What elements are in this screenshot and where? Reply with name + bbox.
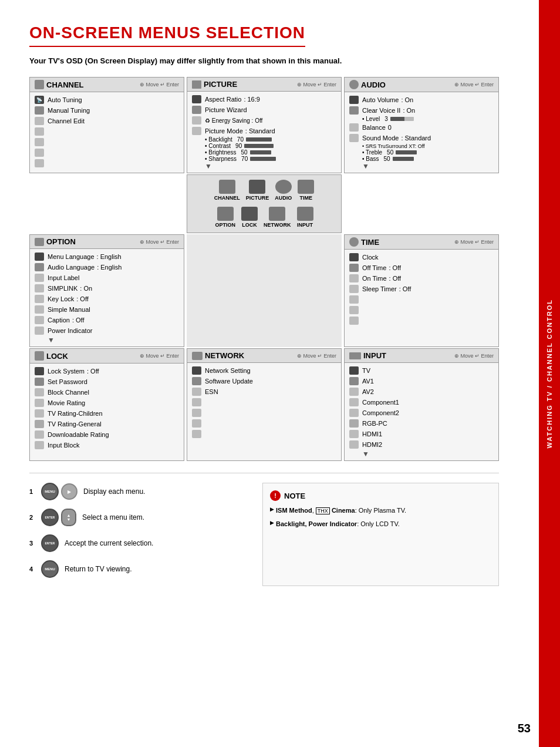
instruction-2-text: Select a menu item. [82, 513, 144, 521]
menu-item [192, 408, 336, 418]
menu-item: Sleep Timer : Off [349, 284, 494, 294]
menu-item: RGB-PC [349, 418, 494, 429]
instruction-4: 4 MENU Return to TV viewing. [29, 560, 251, 578]
enter-button-2[interactable]: ENTER [41, 534, 59, 552]
menu-item: Input Label [35, 272, 179, 283]
menu-icon [349, 430, 359, 438]
enter-button[interactable]: ENTER [41, 509, 59, 526]
audio-nav-icon [275, 180, 292, 194]
menu-item: Lock System : Off [35, 366, 179, 376]
menu-icon [35, 295, 44, 303]
menu-icon [35, 253, 44, 261]
menu-icon [35, 409, 44, 418]
menu-icon [192, 116, 201, 124]
channel-body: 📡 Auto Tuning Manual Tuning Channel Edit [30, 92, 184, 171]
menu-icon [35, 441, 44, 449]
picture-nav-label: PICTURE [246, 195, 269, 201]
menu-item: Auto Volume : On [349, 95, 494, 105]
note-title: ! NOTE [270, 490, 491, 501]
menu-item: TV Rating-Children [35, 408, 179, 419]
menu-item: Power Indicator [35, 325, 179, 336]
page-title: ON-SCREEN MENUS SELECTION [29, 23, 305, 47]
option-body: Menu Language : English Audio Language :… [30, 249, 184, 346]
input-body: TV AV1 AV2 Component1 Component2 [345, 363, 498, 460]
menu-icon [35, 117, 44, 125]
menu-item: Aspect Ratio : 16:9 [192, 94, 336, 105]
ok-button[interactable]: ▶ [61, 483, 77, 500]
menu-icon: 📡 [35, 96, 44, 104]
input-header: INPUT ⊕ Move ↵ Enter [345, 349, 498, 363]
input-nav-icon [297, 207, 313, 221]
menu-icon [35, 284, 44, 292]
menu-item: ♻ Energy Saving : Off [192, 115, 336, 126]
menu-sub-item: • Brightness 50 [192, 149, 336, 156]
input-menu-box: INPUT ⊕ Move ↵ Enter TV AV1 AV2 [344, 348, 499, 461]
menu-button-2[interactable]: MENU [41, 560, 59, 578]
lock-header: LOCK ⊕ Move ↵ Enter [30, 349, 184, 364]
input-title: INPUT [363, 351, 386, 360]
lock-nav-label: LOCK [242, 222, 257, 228]
menu-item: Downloadable Rating [35, 429, 179, 440]
lock-nav-icon [241, 207, 258, 221]
network-body: Network Setting Software Update ESN [187, 363, 341, 442]
menu-item: Picture Mode : Standard [192, 126, 336, 136]
up-down-button[interactable]: ▲ ▼ [61, 509, 76, 526]
menu-item: ESN [192, 386, 336, 397]
menu-icon [192, 127, 201, 135]
menu-icon [35, 138, 44, 146]
menu-icon [349, 123, 359, 132]
menu-sub-item: • Sharpness 70 [192, 156, 336, 162]
menu-sub-item: • Treble 50 [349, 149, 494, 156]
menu-item: Component1 [349, 397, 494, 408]
page-subtitle: Your TV's OSD (On Screen Display) may di… [29, 56, 499, 65]
menu-sub-item: • Bass 50 [349, 156, 494, 162]
audio-nav-label: AUDIO [275, 195, 292, 201]
nav-row-top: CHANNEL PICTURE AUDIO TIME [214, 180, 315, 201]
menu-item: Key Lock : Off [35, 294, 179, 304]
menu-button[interactable]: MENU [41, 483, 59, 500]
network-nav-icon [269, 207, 285, 221]
time-title: TIME [361, 238, 379, 247]
menu-item [35, 158, 179, 169]
menu-item: AV2 [349, 386, 494, 397]
menu-icon [35, 327, 44, 335]
menu-icon [349, 285, 359, 293]
menu-sub-item: • Level 3 [349, 116, 494, 122]
audio-body: Auto Volume : On Clear Voice II : On • L… [345, 92, 498, 173]
menu-item: Set Password [35, 376, 179, 387]
lock-menu-box: LOCK ⊕ Move ↵ Enter Lock System : Off Se… [29, 348, 184, 461]
menu-item: Simple Manual [35, 304, 179, 315]
menu-icon [192, 409, 201, 417]
menu-item [35, 147, 179, 158]
menu-item: Input Block [35, 440, 179, 450]
menu-sub-item: • SRS TruSurround XT: Off [349, 143, 494, 149]
menu-icon [35, 378, 44, 386]
instruction-2: 2 ENTER ▲ ▼ Select a menu item. [29, 509, 251, 526]
menu-item: Audio Language : English [35, 262, 179, 272]
menu-icon [349, 96, 359, 104]
menu-item [35, 126, 179, 137]
menu-item: Sound Mode : Standard [349, 133, 494, 143]
channel-title: CHANNEL [46, 80, 84, 89]
option-menu-box: OPTION ⊕ Move ↵ Enter Menu Language : En… [29, 234, 184, 347]
picture-header: PICTURE ⊕ Move ↵ Enter [187, 78, 341, 92]
time-header: TIME ⊕ Move ↵ Enter [345, 235, 498, 250]
lock-title: LOCK [46, 352, 68, 361]
nav-row-bottom: OPTION LOCK NETWORK INPUT [215, 207, 313, 228]
menu-icon [35, 127, 44, 136]
channel-header: CHANNEL ⊕ Move ↵ Enter [30, 78, 184, 92]
menu-icon [35, 399, 44, 407]
menu-item: SIMPLINK : On [35, 283, 179, 294]
menu-icon [349, 366, 359, 375]
menu-icon [192, 398, 201, 406]
menu-item [35, 137, 179, 147]
menu-icon [349, 295, 359, 304]
menu-icon [35, 305, 44, 314]
menu-icon [35, 106, 44, 115]
menu-icon [192, 106, 201, 114]
time-nav-label: TIME [300, 195, 313, 201]
network-menu-box: NETWORK ⊕ Move ↵ Enter Network Setting S… [187, 348, 342, 461]
menu-icon [192, 95, 201, 103]
menu-icon [349, 419, 359, 428]
menu-item [349, 294, 494, 305]
